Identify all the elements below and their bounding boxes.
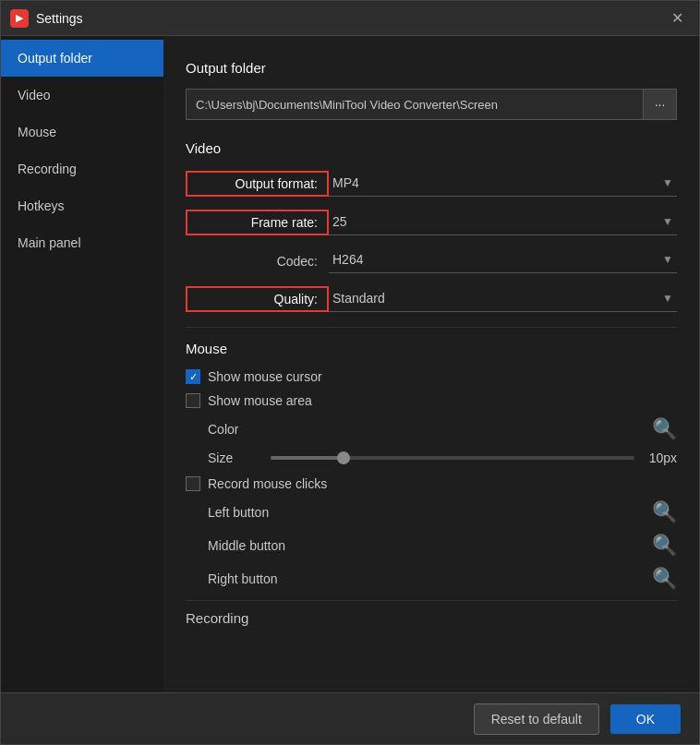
size-label: Size — [208, 451, 263, 465]
size-slider-track — [271, 456, 634, 460]
sidebar-item-recording[interactable]: Recording — [1, 150, 163, 187]
show-mouse-area-row: Show mouse area — [186, 393, 677, 408]
sidebar-item-output-folder[interactable]: Output folder — [1, 40, 163, 77]
middle-button-row: Middle button 🔍 — [186, 534, 677, 558]
size-slider-thumb[interactable] — [337, 451, 350, 464]
output-format-value: MP4 — [332, 175, 359, 190]
frame-rate-arrow: ▼ — [662, 215, 673, 228]
show-mouse-area-checkbox[interactable] — [186, 393, 200, 408]
close-button[interactable]: ✕ — [664, 6, 690, 31]
record-mouse-clicks-label: Record mouse clicks — [208, 476, 327, 491]
output-format-row: Output format: MP4 ▼ — [186, 169, 677, 198]
frame-rate-value: 25 — [332, 214, 347, 229]
reset-button[interactable]: Reset to default — [474, 703, 599, 735]
codec-dropdown[interactable]: H264 ▼ — [329, 248, 677, 273]
show-mouse-cursor-label: Show mouse cursor — [208, 369, 322, 384]
codec-label: Codec: — [186, 254, 329, 269]
quality-label: Quality: — [186, 286, 329, 312]
codec-arrow: ▼ — [662, 253, 673, 266]
show-mouse-area-label: Show mouse area — [208, 393, 312, 408]
sidebar: Output folder Video Mouse Recording Hotk… — [1, 36, 163, 692]
middle-button-icon[interactable]: 🔍 — [652, 534, 677, 558]
quality-value: Standard — [332, 291, 385, 306]
size-slider-fill — [271, 456, 344, 460]
size-row: Size 10px — [186, 451, 677, 465]
recording-section-title: Recording — [186, 600, 677, 626]
codec-value: H264 — [332, 252, 363, 267]
sidebar-item-mouse[interactable]: Mouse — [1, 114, 163, 150]
title-bar: ▶ Settings ✕ — [1, 1, 699, 36]
middle-button-label: Middle button — [208, 538, 652, 553]
right-button-label: Right button — [208, 571, 652, 586]
left-button-label: Left button — [208, 505, 652, 520]
frame-rate-dropdown[interactable]: 25 ▼ — [329, 210, 677, 235]
output-folder-title: Output folder — [186, 60, 677, 76]
show-mouse-cursor-row: ✓ Show mouse cursor — [186, 369, 677, 384]
output-format-dropdown[interactable]: MP4 ▼ — [329, 172, 677, 197]
main-content: Output folder ··· Video Output format: M… — [163, 36, 699, 692]
sidebar-item-video[interactable]: Video — [1, 77, 163, 114]
app-icon: ▶ — [10, 9, 29, 28]
sidebar-item-main-panel[interactable]: Main panel — [1, 224, 163, 261]
output-format-arrow: ▼ — [662, 176, 673, 189]
record-mouse-clicks-row: Record mouse clicks — [186, 476, 677, 491]
left-button-icon[interactable]: 🔍 — [652, 500, 677, 524]
size-value: 10px — [642, 451, 677, 465]
sidebar-item-hotkeys[interactable]: Hotkeys — [1, 187, 163, 224]
codec-row: Codec: H264 ▼ — [186, 246, 677, 275]
left-button-row: Left button 🔍 — [186, 500, 677, 524]
color-label: Color — [208, 422, 652, 437]
quality-row: Quality: Standard ▼ — [186, 284, 677, 314]
browse-button[interactable]: ··· — [644, 89, 677, 120]
checkmark-icon: ✓ — [189, 371, 198, 383]
show-mouse-cursor-checkbox[interactable]: ✓ — [186, 369, 200, 384]
window-title: Settings — [36, 11, 664, 26]
right-button-row: Right button 🔍 — [186, 567, 677, 591]
video-section-title: Video — [186, 140, 677, 156]
right-button-icon[interactable]: 🔍 — [652, 567, 677, 591]
ok-button[interactable]: OK — [610, 704, 681, 734]
output-format-label: Output format: — [186, 171, 329, 197]
mouse-section-title: Mouse — [186, 341, 677, 356]
folder-path-input[interactable] — [186, 89, 644, 120]
settings-window: ▶ Settings ✕ Output folder Video Mouse R… — [0, 0, 700, 745]
color-row: Color 🔍 — [186, 417, 677, 441]
folder-path-row: ··· — [186, 89, 677, 120]
color-icon[interactable]: 🔍 — [652, 417, 677, 441]
frame-rate-label: Frame rate: — [186, 210, 329, 235]
content-area: Output folder Video Mouse Recording Hotk… — [1, 36, 699, 692]
frame-rate-row: Frame rate: 25 ▼ — [186, 208, 677, 237]
quality-dropdown[interactable]: Standard ▼ — [329, 287, 677, 312]
divider-video-mouse — [186, 327, 677, 328]
quality-arrow: ▼ — [662, 292, 673, 305]
bottom-bar: Reset to default OK — [1, 692, 699, 744]
record-mouse-clicks-checkbox[interactable] — [186, 476, 200, 491]
